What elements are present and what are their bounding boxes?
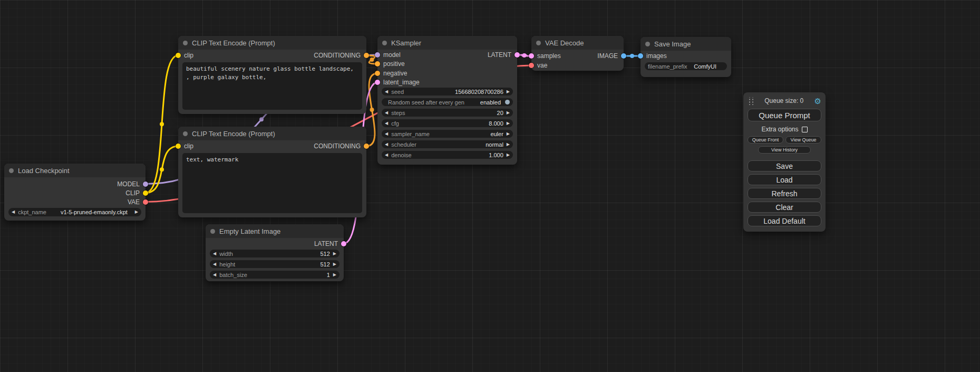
collapse-dot[interactable]: [183, 41, 188, 45]
output-port-vae[interactable]: [143, 199, 148, 205]
collapse-dot[interactable]: [382, 41, 387, 45]
decrement-arrow[interactable]: ◀: [385, 121, 388, 126]
view-queue-button[interactable]: View Queue: [785, 136, 821, 144]
widget-random-seed-toggle[interactable]: Random seed after every gen enabled: [382, 98, 513, 106]
node-header[interactable]: Save Image: [641, 37, 731, 51]
widget-value: v1-5-pruned-emaonly.ckpt: [61, 209, 128, 215]
input-port-clip[interactable]: [176, 144, 181, 149]
node-header[interactable]: Load Checkpoint: [4, 164, 145, 177]
widget-value: normal: [486, 141, 503, 148]
widget-denoise[interactable]: ◀ denoise 1.000 ▶: [382, 151, 513, 159]
input-port-model[interactable]: [375, 52, 380, 58]
widget-batch-size[interactable]: ◀ batch_size 1 ▶: [210, 271, 339, 279]
output-label-conditioning: CONDITIONING: [314, 142, 361, 150]
widget-ckpt-name[interactable]: ◀ ckpt_name v1-5-pruned-emaonly.ckpt ▶: [8, 208, 141, 216]
save-button[interactable]: Save: [748, 160, 821, 171]
increment-arrow[interactable]: ▶: [333, 252, 336, 256]
decrement-arrow[interactable]: ◀: [213, 273, 216, 277]
wire-samples-midpoint-dot: [522, 53, 527, 58]
increment-arrow[interactable]: ▶: [333, 262, 336, 266]
widget-value: 1.000: [489, 152, 503, 158]
node-header[interactable]: VAE Decode: [531, 36, 624, 50]
output-port-latent[interactable]: [341, 241, 346, 246]
widget-steps[interactable]: ◀ steps 20 ▶: [382, 109, 513, 117]
prompt-textarea[interactable]: text, watermark: [182, 153, 362, 213]
input-port-vae[interactable]: [529, 63, 534, 68]
input-port-images[interactable]: [638, 53, 643, 59]
output-port-image[interactable]: [621, 53, 626, 59]
increment-arrow[interactable]: ▶: [507, 90, 510, 94]
output-port-conditioning[interactable]: [364, 53, 369, 58]
widget-value: 1: [327, 272, 330, 278]
widget-label: scheduler: [391, 141, 416, 148]
input-port-clip[interactable]: [176, 53, 181, 58]
widget-height[interactable]: ◀ height 512 ▶: [210, 260, 339, 268]
output-port-latent[interactable]: [515, 52, 520, 58]
node-header[interactable]: Empty Latent Image: [206, 224, 344, 238]
node-empty-latent-image[interactable]: Empty Latent Image LATENT ◀ width 512 ▶ …: [206, 224, 344, 281]
prompt-textarea[interactable]: beautiful scenery nature glass bottle la…: [182, 62, 362, 110]
settings-gear-icon[interactable]: ⚙: [814, 97, 821, 105]
input-label-images: images: [646, 52, 667, 60]
increment-arrow[interactable]: ▶: [507, 153, 510, 157]
increment-arrow[interactable]: ▶: [507, 121, 510, 126]
collapse-dot[interactable]: [183, 131, 188, 136]
output-port-conditioning[interactable]: [364, 144, 369, 149]
widget-cfg[interactable]: ◀ cfg 8.000 ▶: [382, 119, 513, 127]
input-port-positive[interactable]: [375, 61, 380, 66]
decrement-arrow[interactable]: ◀: [385, 90, 388, 94]
view-history-button[interactable]: View History: [758, 146, 811, 154]
node-ksampler[interactable]: KSampler model LATENT positive negative …: [377, 36, 517, 165]
input-port-samples[interactable]: [529, 53, 534, 59]
widget-filename-prefix[interactable]: filename_prefix ComfyUI: [645, 62, 727, 70]
node-save-image[interactable]: Save Image images filename_prefix ComfyU…: [641, 37, 731, 77]
decrement-arrow[interactable]: ◀: [385, 111, 388, 115]
decrement-arrow[interactable]: ◀: [213, 252, 216, 256]
input-port-latent-image[interactable]: [375, 80, 380, 85]
extra-options-checkbox[interactable]: [802, 127, 808, 132]
widget-seed[interactable]: ◀ seed 156680208700286 ▶: [382, 88, 513, 96]
toggle-dot[interactable]: [505, 100, 510, 104]
node-header[interactable]: KSampler: [377, 36, 517, 50]
increment-arrow[interactable]: ▶: [333, 273, 336, 277]
decrement-arrow[interactable]: ◀: [213, 262, 216, 266]
input-label-model: model: [383, 51, 401, 59]
clear-button[interactable]: Clear: [748, 202, 821, 213]
node-load-checkpoint[interactable]: Load Checkpoint MODEL CLIP VAE ◀ ckpt_na…: [4, 164, 145, 221]
panel-drag-handle[interactable]: [748, 97, 754, 105]
output-port-model[interactable]: [143, 182, 148, 187]
node-clip-text-encode-positive[interactable]: CLIP Text Encode (Prompt) clip CONDITION…: [178, 36, 366, 114]
input-label-latent-image: latent_image: [383, 79, 420, 86]
increment-arrow[interactable]: ▶: [135, 210, 138, 214]
collapse-dot[interactable]: [645, 42, 650, 46]
widget-sampler-name[interactable]: ◀ sampler_name euler ▶: [382, 130, 513, 138]
input-port-negative[interactable]: [375, 71, 380, 76]
load-button[interactable]: Load: [748, 174, 821, 185]
queue-prompt-button[interactable]: Queue Prompt: [748, 109, 821, 121]
decrement-arrow[interactable]: ◀: [385, 142, 388, 147]
node-vae-decode[interactable]: VAE Decode samples IMAGE vae: [531, 36, 624, 71]
refresh-button[interactable]: Refresh: [748, 188, 821, 199]
increment-arrow[interactable]: ▶: [507, 111, 510, 115]
widget-width[interactable]: ◀ width 512 ▶: [210, 250, 339, 257]
increment-arrow[interactable]: ▶: [507, 142, 510, 147]
collapse-dot[interactable]: [536, 41, 541, 45]
node-graph-canvas[interactable]: Load Checkpoint MODEL CLIP VAE ◀ ckpt_na…: [0, 0, 980, 372]
node-header[interactable]: CLIP Text Encode (Prompt): [178, 127, 366, 140]
input-label-samples: samples: [537, 52, 561, 60]
node-clip-text-encode-negative[interactable]: CLIP Text Encode (Prompt) clip CONDITION…: [178, 127, 366, 217]
collapse-dot[interactable]: [9, 168, 14, 173]
decrement-arrow[interactable]: ◀: [385, 153, 388, 157]
output-port-clip[interactable]: [143, 190, 148, 196]
decrement-arrow[interactable]: ◀: [385, 132, 388, 136]
node-title: CLIP Text Encode (Prompt): [192, 130, 275, 138]
load-default-button[interactable]: Load Default: [748, 215, 821, 226]
widget-scheduler[interactable]: ◀ scheduler normal ▶: [382, 140, 513, 148]
collapse-dot[interactable]: [210, 229, 215, 234]
widget-value: 512: [320, 251, 329, 257]
queue-front-button[interactable]: Queue Front: [748, 136, 783, 144]
wire-clip-negative: [145, 146, 178, 193]
decrement-arrow[interactable]: ◀: [12, 210, 15, 214]
increment-arrow[interactable]: ▶: [507, 132, 510, 136]
node-header[interactable]: CLIP Text Encode (Prompt): [178, 36, 366, 50]
